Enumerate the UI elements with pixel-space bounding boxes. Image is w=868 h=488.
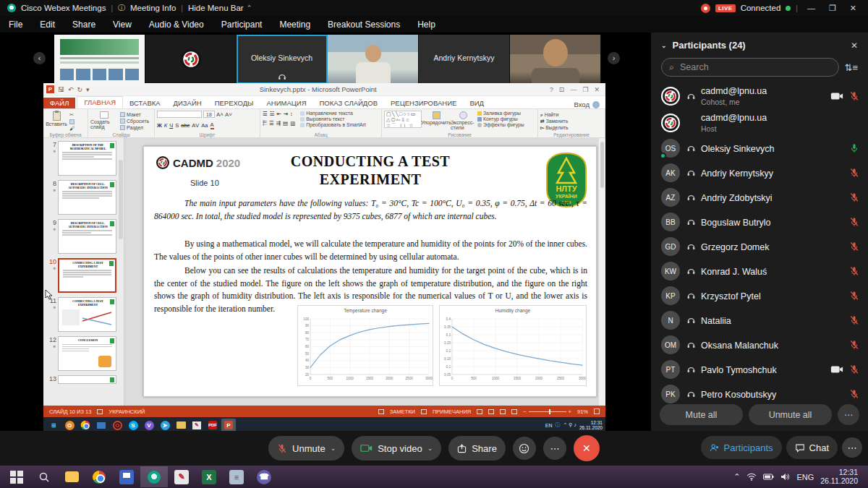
reactions-button[interactable]: [513, 437, 536, 460]
thumbnail-12[interactable]: 12✶ CONCLUSION: [45, 336, 116, 371]
shared-viber-icon[interactable]: V: [142, 419, 156, 432]
cut-icon[interactable]: ✂: [69, 112, 75, 118]
indent-more-icon[interactable]: ⇥: [284, 111, 288, 117]
menu-file[interactable]: File: [9, 20, 22, 30]
find-button[interactable]: ⌕Найти: [540, 112, 569, 118]
fit-slide-icon[interactable]: [594, 408, 600, 414]
more-options-button[interactable]: ⋯: [543, 437, 566, 460]
line-spacing-icon[interactable]: ↕: [290, 111, 293, 117]
filmstrip-next-button[interactable]: ›: [608, 52, 620, 64]
file-explorer-icon[interactable]: [58, 466, 85, 487]
font-size-box[interactable]: 18: [203, 111, 215, 118]
mic-muted-icon[interactable]: [849, 389, 859, 399]
stop-video-button[interactable]: Stop video ⌄: [352, 436, 441, 461]
record-icon[interactable]: [701, 4, 710, 13]
change-case-button[interactable]: Aa: [201, 122, 208, 129]
quick-styles-button[interactable]: Экспресс-стили: [451, 111, 475, 130]
shape-fill-button[interactable]: Заливка фигуры: [477, 111, 524, 116]
mic-muted-icon[interactable]: [849, 340, 859, 350]
participant-row[interactable]: OS Oleksiy Sinkevych: [651, 136, 868, 160]
video-tile-webcam-1[interactable]: [328, 35, 419, 84]
format-painter-icon[interactable]: 🖌: [69, 126, 75, 131]
participant-row[interactable]: PT Pavlo Tymoshchuk: [651, 357, 868, 382]
select-button[interactable]: ▻Выделить: [540, 125, 569, 131]
unmute-all-button[interactable]: Unmute all: [749, 404, 832, 425]
mic-muted-icon[interactable]: [849, 192, 859, 202]
participants-more-button[interactable]: ⋯: [838, 404, 859, 425]
excel-icon[interactable]: X: [195, 466, 223, 487]
shared-imageeditor-icon[interactable]: ✎: [190, 419, 204, 432]
editor-scrollbar[interactable]: [598, 138, 605, 406]
italic-button[interactable]: К: [164, 122, 167, 129]
font-name-box[interactable]: [157, 111, 202, 118]
zoom-slider[interactable]: [529, 411, 566, 412]
indent-less-icon[interactable]: ⇤: [276, 111, 281, 117]
underline-button[interactable]: Ч: [169, 122, 173, 129]
bullets-icon[interactable]: ☰: [263, 111, 268, 117]
participant-row[interactable]: cadmd@lpnu.uaHost: [651, 109, 868, 136]
thumbnail-11[interactable]: 11✶ CONDUCTING A TEST EXPERIMENT: [45, 297, 116, 332]
notes-button[interactable]: ЗАМЕТКИ: [390, 408, 415, 415]
shape-gallery[interactable]: ▢╲╲□○○▭△⎔⇦⇩⌂☆⌒（）☆: [384, 111, 422, 128]
photo-editor-icon[interactable]: ✎: [168, 466, 195, 487]
menu-edit[interactable]: Edit: [40, 20, 55, 30]
thumbnail-10-selected[interactable]: 10✶ CONDUCTING A TEST EXPERIMENT: [45, 258, 116, 293]
start-button[interactable]: [3, 466, 30, 487]
shared-mediaplayer-icon[interactable]: O: [62, 419, 77, 432]
panel-close-icon[interactable]: ✕: [851, 40, 858, 51]
chevron-down-icon[interactable]: ⌄: [427, 445, 433, 452]
align-left-icon[interactable]: ⬱: [263, 119, 267, 127]
undo-icon[interactable]: ↶: [68, 86, 74, 93]
viber-icon[interactable]: ☎: [250, 466, 278, 487]
wifi-icon[interactable]: [746, 473, 757, 481]
video-tile-logo[interactable]: [145, 35, 237, 84]
mic-muted-icon[interactable]: [849, 364, 859, 374]
mic-active-icon[interactable]: [849, 143, 859, 153]
tab-insert[interactable]: ВСТАВКА: [123, 98, 167, 108]
normal-view-icon[interactable]: [477, 409, 482, 414]
shared-powerpoint-icon[interactable]: P: [221, 419, 236, 432]
webex-app-icon[interactable]: [140, 466, 168, 487]
hide-menu-bar-button[interactable]: Hide Menu Bar: [188, 4, 244, 12]
video-tile-oleksiy[interactable]: Oleksiy Sinkevych: [237, 35, 328, 84]
justify-icon[interactable]: ▤: [283, 120, 288, 127]
thumbnail-9[interactable]: 9✶ DESCRIPTION OF CELL-AUTOMATIC INTERAC…: [45, 219, 116, 254]
char-spacing-button[interactable]: АV: [192, 122, 199, 129]
participant-row[interactable]: AK Andriy Kernytskyy: [651, 160, 868, 185]
tab-slideshow[interactable]: ПОКАЗ СЛАЙДОВ: [313, 98, 384, 108]
shape-effects-button[interactable]: Эффекты фигуры: [477, 122, 524, 127]
shared-computer-icon[interactable]: [94, 419, 109, 432]
mic-muted-icon[interactable]: [849, 91, 859, 101]
collapse-chevron-icon[interactable]: ⌄: [661, 42, 667, 49]
participant-row[interactable]: KW Konrad J. Waluś: [651, 259, 868, 283]
participant-row[interactable]: OM Oksana Malanchuk: [651, 333, 868, 357]
tab-design[interactable]: ДИЗАЙН: [167, 98, 208, 108]
shared-folder-icon[interactable]: [174, 419, 188, 432]
video-tile-poster[interactable]: [54, 35, 145, 84]
video-tile-andriy[interactable]: Andriy Kernytskyy: [419, 35, 510, 84]
camera-on-icon[interactable]: [830, 92, 843, 100]
thumbnail-scrollbar[interactable]: [119, 160, 123, 239]
font-color-button[interactable]: А: [210, 121, 214, 129]
participant-row[interactable]: AZ Andriy Zdobytskyi: [651, 185, 868, 210]
zoom-control[interactable]: − +: [523, 408, 571, 415]
participant-row[interactable]: cadmd@lpnu.uaCohost, me: [651, 82, 868, 109]
ppt-restore-button[interactable]: ❐: [579, 86, 591, 93]
sign-in-button[interactable]: Вход: [574, 100, 606, 108]
mic-muted-icon[interactable]: [849, 266, 859, 276]
replace-button[interactable]: ⇄Заменить: [540, 119, 569, 124]
thumbnail-7[interactable]: 7✶ DESCRIPTION OF THE MATHEMATICAL MODEL: [45, 141, 116, 176]
maximize-button[interactable]: ❐: [825, 4, 841, 13]
shared-start-button[interactable]: ⊞: [46, 419, 61, 432]
smartart-button[interactable]: Преобразовать в SmartArt: [300, 122, 365, 127]
shared-chrome-icon[interactable]: [78, 419, 93, 432]
ribbon-options-icon[interactable]: ⊡: [556, 86, 568, 93]
comments-button[interactable]: ПРИМЕЧАНИЯ: [433, 408, 471, 415]
redo-icon[interactable]: ↻: [77, 86, 83, 93]
reset-button[interactable]: Сбросить: [120, 119, 149, 124]
mic-muted-icon[interactable]: [849, 217, 859, 227]
mic-muted-icon[interactable]: [849, 291, 859, 301]
camera-on-icon[interactable]: [830, 365, 843, 374]
menu-meeting[interactable]: Meeting: [279, 20, 310, 30]
sort-icon[interactable]: ⇅≡: [845, 62, 858, 73]
